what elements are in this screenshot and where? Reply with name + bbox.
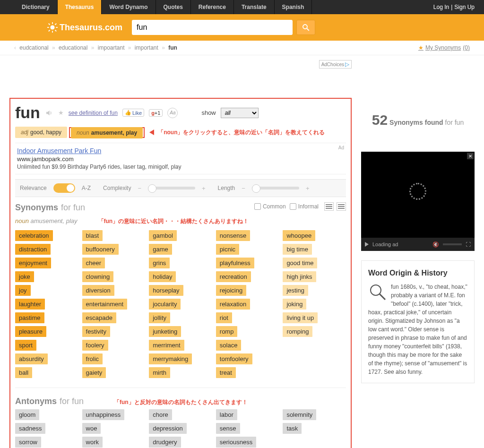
synonym-chip[interactable]: jesting [283, 285, 308, 296]
signup-link[interactable]: Sign Up [454, 4, 475, 10]
synonym-chip[interactable]: big time [283, 244, 312, 255]
synonym-chip[interactable]: joke [15, 271, 34, 282]
synonym-chip[interactable]: merriment [149, 340, 184, 351]
synonym-chip[interactable]: game [149, 244, 172, 255]
search-input[interactable] [132, 20, 293, 35]
adchoices-badge[interactable]: AdChoices▷ [319, 60, 352, 69]
synonym-chip[interactable]: junketing [149, 326, 181, 337]
sense-tab-noun[interactable]: nounamusement, play [71, 127, 143, 138]
antonym-chip[interactable]: unhappiness [82, 409, 125, 420]
synonym-chip[interactable]: rejoicing [216, 285, 246, 296]
antonym-chip[interactable]: seriousness [216, 437, 256, 448]
synonym-chip[interactable]: foolery [82, 340, 108, 351]
show-select[interactable]: all [221, 108, 259, 118]
antonym-chip[interactable]: sorrow [15, 437, 41, 448]
synonym-chip[interactable]: blast [82, 230, 103, 241]
topnav-translate[interactable]: Translate [234, 0, 275, 14]
synonym-chip[interactable]: tomfoolery [216, 353, 252, 364]
definition-link[interactable]: see definition of fun [69, 110, 118, 116]
synonym-chip[interactable]: jocularity [149, 299, 181, 310]
synonym-chip[interactable]: whoopee [283, 230, 315, 241]
complexity-slider[interactable] [148, 187, 195, 190]
favorite-icon[interactable]: ★ [58, 109, 64, 116]
synonym-chip[interactable]: treat [216, 367, 236, 378]
antonym-chip[interactable]: labor [216, 409, 237, 420]
relevance-toggle[interactable] [53, 183, 75, 193]
topnav-reference[interactable]: Reference [191, 0, 234, 14]
topnav-spanish[interactable]: Spanish [275, 0, 312, 14]
antonym-chip[interactable]: woe [82, 423, 101, 434]
informal-filter[interactable]: Informal [290, 203, 319, 210]
synonym-chip[interactable]: sport [15, 340, 36, 351]
length-slider[interactable] [252, 187, 299, 190]
synonym-chip[interactable]: picnic [216, 244, 239, 255]
topnav-thesaurus[interactable]: Thesaurus [58, 0, 102, 14]
synonym-chip[interactable]: festivity [82, 326, 110, 337]
mute-icon[interactable]: 🔇 [432, 241, 439, 248]
audio-icon[interactable] [45, 109, 53, 117]
play-icon[interactable] [365, 242, 369, 247]
close-icon[interactable]: ✕ [467, 153, 474, 159]
synonym-chip[interactable]: riot [216, 312, 232, 323]
antonym-chip[interactable]: sense [216, 423, 240, 434]
synonym-chip[interactable]: merrymaking [149, 353, 192, 364]
antonym-chip[interactable]: solemnity [283, 409, 316, 420]
antonym-chip[interactable]: gloom [15, 409, 39, 420]
synonym-chip[interactable]: distraction [15, 244, 51, 255]
synonym-chip[interactable]: escapade [82, 312, 116, 323]
antonym-chip[interactable]: drudgery [149, 437, 181, 448]
google-plus-button[interactable]: g+1 [149, 109, 163, 117]
breadcrumb-item[interactable]: important [135, 44, 158, 51]
antonym-chip[interactable]: depression [149, 423, 187, 434]
synonym-chip[interactable]: jollity [149, 312, 170, 323]
synonym-chip[interactable]: joy [15, 285, 31, 296]
synonym-chip[interactable]: romp [216, 326, 238, 337]
login-link[interactable]: Log In [433, 4, 449, 10]
synonym-chip[interactable]: solace [216, 340, 242, 351]
grid-layout-icon[interactable] [324, 202, 334, 211]
search-button[interactable] [296, 20, 315, 35]
antonym-chip[interactable]: task [283, 423, 302, 434]
synonym-chip[interactable]: holiday [149, 271, 176, 282]
antonym-chip[interactable]: chore [149, 409, 172, 420]
font-size-button[interactable]: Aa [167, 108, 178, 118]
common-filter[interactable]: Common [254, 203, 286, 210]
synonym-chip[interactable]: joking [283, 299, 306, 310]
synonym-chip[interactable]: relaxation [216, 299, 250, 310]
sense-tab-adj[interactable]: adjgood, happy [15, 127, 67, 138]
synonym-chip[interactable]: celebration [15, 230, 53, 241]
fullscreen-icon[interactable]: ⛶ [466, 241, 471, 247]
topnav-quotes[interactable]: Quotes [156, 0, 191, 14]
list-layout-icon[interactable] [337, 202, 346, 211]
synonym-chip[interactable]: gambol [149, 230, 177, 241]
breadcrumb-item[interactable]: educational [59, 44, 87, 51]
synonym-chip[interactable]: high jinks [283, 271, 316, 282]
synonym-chip[interactable]: nonsense [216, 230, 250, 241]
topnav-word-dynamo[interactable]: Word Dynamo [102, 0, 156, 14]
synonym-chip[interactable]: romping [283, 326, 312, 337]
synonym-chip[interactable]: living it up [283, 312, 318, 323]
breadcrumb-item[interactable]: impoartant [98, 44, 125, 51]
facebook-like-button[interactable]: 👍Like [122, 109, 144, 117]
synonym-chip[interactable]: ball [15, 367, 32, 378]
synonym-chip[interactable]: clowning [82, 271, 114, 282]
breadcrumb-item[interactable]: eudcational [19, 44, 48, 51]
synonym-chip[interactable]: enjoyment [15, 258, 51, 268]
antonym-chip[interactable]: sadness [15, 423, 45, 434]
synonym-chip[interactable]: laughter [15, 299, 45, 310]
inline-ad[interactable]: Ad Indoor Amusement Park Fun www.jambopa… [15, 143, 346, 174]
topnav-dictionary[interactable]: Dictionary [14, 0, 58, 14]
synonym-chip[interactable]: absurdity [15, 353, 48, 364]
synonym-chip[interactable]: recreation [216, 271, 251, 282]
breadcrumb-item[interactable]: fun [168, 44, 177, 51]
synonym-chip[interactable]: pleasure [15, 326, 46, 337]
synonym-chip[interactable]: good time [283, 258, 317, 268]
synonym-chip[interactable]: diversion [82, 285, 114, 296]
synonym-chip[interactable]: frolic [82, 353, 103, 364]
volume-slider[interactable] [443, 243, 462, 245]
my-synonyms-link[interactable]: ★ My Synonyms (0) [418, 44, 470, 51]
synonym-chip[interactable]: entertainment [82, 299, 128, 310]
synonym-chip[interactable]: cheer [82, 258, 105, 268]
synonym-chip[interactable]: playfulness [216, 258, 254, 268]
site-logo[interactable]: Thesaurus.com [47, 22, 122, 33]
